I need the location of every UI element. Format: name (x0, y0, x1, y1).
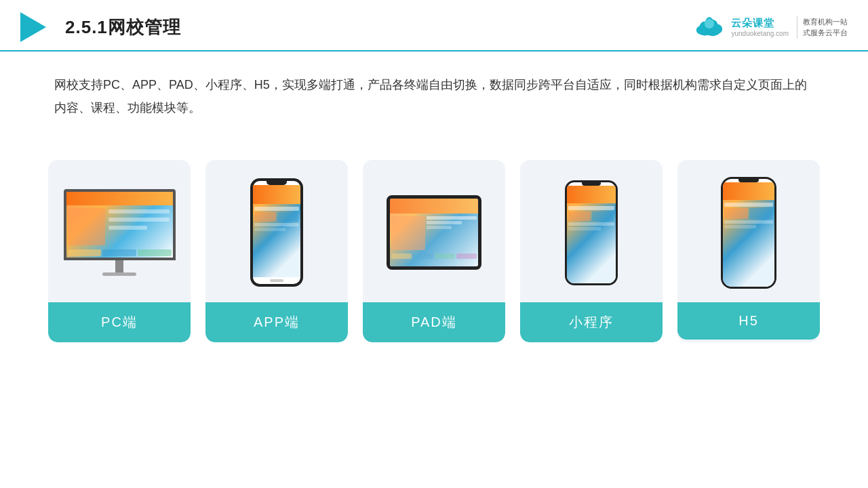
pc-screen (64, 189, 176, 260)
logo-area: 云朵课堂 yunduoketang.com 教育机构一站 式服务云平台 (693, 15, 848, 39)
miniapp-phone-mock (565, 180, 618, 285)
phone-home-button (270, 279, 283, 282)
card-pad: PAD端 (363, 160, 505, 342)
h5-phone-mock (721, 177, 776, 289)
h5-screen (723, 182, 774, 287)
pc-device-mock (64, 189, 176, 276)
card-h5-label: H5 (677, 302, 820, 340)
logo-cloud (693, 15, 726, 39)
logo-name: 云朵课堂 (731, 17, 774, 30)
page-title: 2.5.1网校管理 (65, 16, 181, 39)
cards-area: PC端 APP端 (0, 133, 868, 363)
card-pad-image (363, 160, 505, 302)
logo-slogan-line2: 式服务云平台 (803, 27, 848, 39)
pad-device-mock (387, 195, 481, 270)
cloud-icon (693, 15, 726, 39)
app-phone-mock (250, 178, 303, 287)
card-app: APP端 (205, 160, 348, 342)
card-miniapp: 小程序 (520, 160, 663, 342)
logo-slogan-line1: 教育机构一站 (803, 16, 848, 28)
description: 网校支持PC、APP、PAD、小程序、H5，实现多端打通，产品各终端自由切换，数… (0, 52, 868, 126)
header-left: 2.5.1网校管理 (20, 12, 181, 42)
play-icon (20, 12, 46, 42)
card-pc-image (48, 160, 191, 302)
card-pad-label: PAD端 (363, 302, 505, 342)
logo-text-block: 云朵课堂 yunduoketang.com (731, 17, 789, 37)
card-pc: PC端 (48, 160, 191, 342)
card-miniapp-image (520, 160, 663, 302)
description-text: 网校支持PC、APP、PAD、小程序、H5，实现多端打通，产品各终端自由切换，数… (54, 78, 807, 115)
miniapp-screen (567, 186, 616, 283)
logo-slogan: 教育机构一站 式服务云平台 (797, 16, 848, 39)
card-miniapp-label: 小程序 (520, 302, 663, 342)
pad-screen (390, 199, 478, 266)
card-h5: H5 (677, 160, 820, 342)
header: 2.5.1网校管理 云朵课堂 yunduoketang.com 教育机构一站 式… (0, 0, 868, 52)
logo-url: yunduoketang.com (731, 30, 789, 37)
phone-screen (253, 185, 300, 277)
card-app-label: APP端 (205, 302, 348, 342)
card-app-image (205, 160, 348, 302)
card-h5-image (677, 160, 820, 302)
card-pc-label: PC端 (48, 302, 191, 342)
